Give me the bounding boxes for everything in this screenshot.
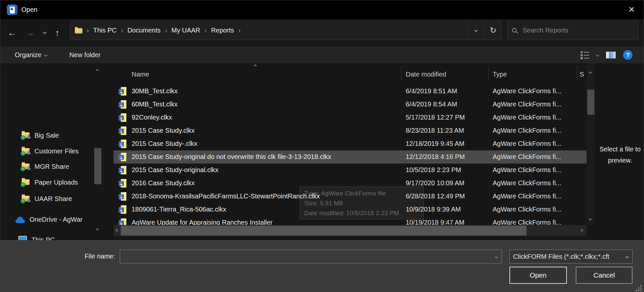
breadcrumb-separator-icon[interactable]: ›: [82, 26, 93, 34]
horizontal-scrollbar[interactable]: [114, 225, 587, 236]
file-row[interactable]: 1809061-Tierra_Rica-506ac.clkx10/9/2018 …: [114, 203, 587, 216]
file-name: 60MB_Test.clkx: [132, 101, 404, 108]
search-box[interactable]: [507, 21, 638, 40]
breadcrumb-separator-icon[interactable]: ›: [200, 26, 211, 34]
file-row[interactable]: AgWare Update for Appraising Ranches Ins…: [114, 216, 587, 225]
horizontal-scrollbar-thumb[interactable]: [121, 226, 526, 236]
file-name-input[interactable]: [120, 253, 495, 260]
scroll-right-icon[interactable]: [580, 229, 583, 232]
file-name: AgWare Update for Appraising Ranches Ins…: [132, 219, 404, 225]
shared-folder-icon: ✓: [21, 131, 31, 140]
file-date-modified: 6/4/2019 8:54 AM: [406, 101, 491, 108]
file-row[interactable]: 2015 Case Study-original do not overwrit…: [114, 150, 587, 164]
sidebar-item-customer-files[interactable]: ✓Customer Files: [0, 145, 93, 158]
clickforms-file-icon: [119, 152, 128, 162]
file-name: 2018-Sonoma-KrasilsaPacificFarmsLLC-Stew…: [132, 192, 404, 200]
column-header-name[interactable]: Name: [132, 71, 149, 78]
file-type: AgWare ClickForms fi...: [493, 101, 587, 108]
up-button[interactable]: ↑: [55, 29, 60, 37]
shared-folder-icon: ✓: [21, 194, 31, 203]
sidebar-scrollbar[interactable]: [94, 63, 102, 240]
sidebar-item-onedrive-agwar[interactable]: OneDrive - AgWar: [0, 213, 93, 226]
chevron-down-icon[interactable]: [495, 255, 498, 258]
app-icon: [7, 5, 17, 15]
breadcrumb-item-documents[interactable]: Documents: [127, 27, 161, 34]
sidebar-item-label: OneDrive - AgWar: [30, 216, 83, 223]
column-separator[interactable]: [488, 66, 489, 80]
breadcrumb-item-reports[interactable]: Reports: [211, 27, 234, 34]
close-icon[interactable]: ×: [622, 0, 641, 19]
preview-pane-icon[interactable]: [606, 52, 616, 58]
sidebar-item-paper-uploads[interactable]: ✓Paper Uploads: [0, 176, 93, 189]
forward-button[interactable]: →: [26, 29, 34, 37]
cancel-button[interactable]: Cancel: [576, 267, 633, 284]
file-row[interactable]: 2015 Case Study-.clkx12/18/2019 9:45 AMA…: [114, 137, 587, 150]
file-name: 2015 Case Study-original do not overwrit…: [132, 153, 404, 161]
recent-locations-chevron-icon[interactable]: [43, 31, 47, 34]
preview-pane-message: Select a file to preview.: [597, 144, 643, 166]
breadcrumb-item-this-pc[interactable]: This PC: [93, 27, 117, 34]
help-button[interactable]: ?: [623, 50, 633, 60]
sidebar-item-label: Paper Uploads: [34, 179, 78, 186]
onedrive-icon: [15, 216, 26, 223]
refresh-button[interactable]: ↻: [484, 21, 502, 39]
column-header-date-modified[interactable]: Date modified: [406, 71, 446, 78]
main-content: ✓Big Sale✓Customer Files✓MGR Share✓Paper…: [0, 63, 644, 240]
file-name-combobox[interactable]: [120, 250, 502, 263]
sidebar-scrollbar-thumb[interactable]: [94, 148, 101, 184]
breadcrumb-separator-icon[interactable]: ›: [161, 26, 171, 34]
search-input[interactable]: [522, 26, 633, 34]
breadcrumb-separator-icon[interactable]: ›: [234, 26, 245, 34]
file-type: AgWare ClickForms fi...: [493, 179, 587, 187]
file-date-modified: 10/9/2018 9:39 AM: [406, 206, 491, 213]
scroll-up-icon[interactable]: [96, 69, 99, 72]
file-type-value: ClickFORM Files (*.clk;*.clkx;*.cft: [510, 253, 626, 260]
scroll-down-icon[interactable]: [96, 227, 99, 231]
sidebar-item-mgr-share[interactable]: ✓MGR Share: [0, 160, 93, 173]
column-separator[interactable]: [577, 66, 577, 80]
address-dropdown-button[interactable]: [467, 21, 484, 39]
navigation-pane: ✓Big Sale✓Customer Files✓MGR Share✓Paper…: [0, 63, 109, 240]
file-row[interactable]: 92Conley.clkx5/17/2018 12:27 PMAgWare Cl…: [114, 111, 587, 124]
back-button[interactable]: ←: [8, 29, 16, 37]
file-date-modified: 5/17/2018 12:27 PM: [406, 114, 491, 121]
sidebar-item-big-sale[interactable]: ✓Big Sale: [0, 129, 93, 142]
file-list-scrollbar[interactable]: [587, 63, 595, 225]
command-toolbar: Organize New folder ?: [0, 47, 644, 63]
views-chevron-icon[interactable]: [596, 54, 599, 57]
scroll-left-icon[interactable]: [116, 229, 119, 232]
resize-grip-icon[interactable]: [636, 285, 642, 291]
details-view-icon[interactable]: [581, 51, 589, 59]
breadcrumb-separator-icon[interactable]: ›: [117, 26, 127, 34]
footer-bar: File name: ClickFORM Files (*.clk;*.clkx…: [0, 240, 644, 292]
scroll-up-icon[interactable]: [589, 72, 592, 75]
scroll-down-icon[interactable]: [589, 217, 592, 221]
breadcrumb-item-my-uaar[interactable]: My UAAR: [171, 27, 200, 34]
file-type: AgWare ClickForms fi...: [493, 153, 587, 161]
file-row[interactable]: 2015 Case Study.clkx8/23/2018 11:23 AMAg…: [114, 124, 587, 137]
organize-button[interactable]: Organize: [15, 51, 47, 59]
organize-label: Organize: [15, 51, 41, 59]
file-type: AgWare ClickForms fi...: [493, 127, 587, 134]
column-separator[interactable]: [401, 66, 402, 80]
column-header-size[interactable]: S: [580, 71, 584, 78]
file-list-scrollbar-thumb[interactable]: [587, 90, 594, 115]
column-header-type[interactable]: Type: [493, 71, 507, 78]
sidebar-item-uaar-share[interactable]: ✓UAAR Share: [0, 192, 93, 205]
file-row[interactable]: 2016 Case Study.clkx9/17/2020 10:09 AMAg…: [114, 177, 587, 190]
title-bar: Open ×: [0, 0, 644, 19]
clickforms-file-icon: [119, 113, 128, 123]
open-button[interactable]: Open: [509, 267, 567, 284]
address-bar[interactable]: ›This PC›Documents›My UAAR›Reports› ↻: [70, 21, 502, 40]
new-folder-button[interactable]: New folder: [69, 51, 101, 59]
clickforms-file-icon: [119, 86, 128, 96]
file-name: 2015 Case Study-original.clkx: [132, 166, 404, 174]
file-row[interactable]: 30MB_Test.clkx6/4/2019 8:51 AMAgWare Cli…: [114, 85, 587, 98]
file-row[interactable]: 60MB_Test.clkx6/4/2019 8:54 AMAgWare Cli…: [114, 98, 587, 111]
clickforms-file-icon: [119, 218, 128, 225]
file-row[interactable]: 2018-Sonoma-KrasilsaPacificFarmsLLC-Stew…: [114, 190, 587, 203]
file-row[interactable]: 2015 Case Study-original.clkx10/5/2018 2…: [114, 164, 587, 177]
folder-icon: [75, 28, 82, 34]
file-type-select[interactable]: ClickFORM Files (*.clk;*.clkx;*.cft: [509, 250, 633, 263]
clickforms-file-icon: [119, 178, 128, 188]
